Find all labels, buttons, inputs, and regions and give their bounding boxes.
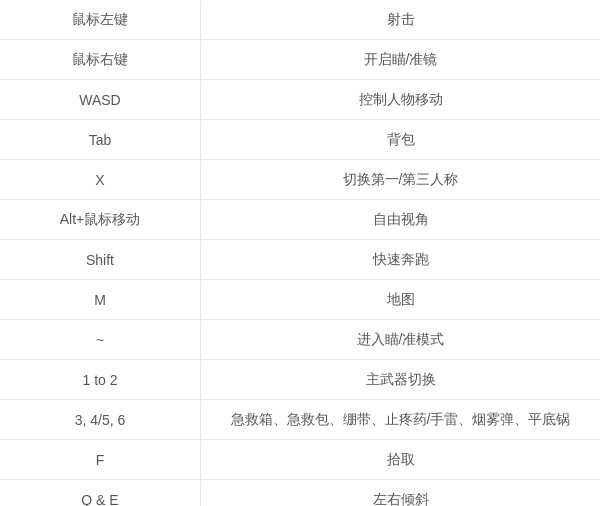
table-row: X切换第一/第三人称 xyxy=(0,160,600,200)
key-label: X xyxy=(0,162,200,198)
table-row: Alt+鼠标移动自由视角 xyxy=(0,200,600,240)
action-label: 切换第一/第三人称 xyxy=(200,161,600,199)
key-label: F xyxy=(0,442,200,478)
table-row: M地图 xyxy=(0,280,600,320)
action-label: 开启瞄/准镜 xyxy=(200,41,600,79)
table-row: Tab背包 xyxy=(0,120,600,160)
action-label: 进入瞄/准模式 xyxy=(200,321,600,359)
key-label: Q & E xyxy=(0,482,200,506)
key-label: Alt+鼠标移动 xyxy=(0,201,200,239)
table-row: Shift快速奔跑 xyxy=(0,240,600,280)
keybind-table: 鼠标左键射击鼠标右键开启瞄/准镜WASD控制人物移动Tab背包X切换第一/第三人… xyxy=(0,0,600,506)
action-label: 自由视角 xyxy=(200,201,600,239)
key-label: WASD xyxy=(0,82,200,118)
key-label: 鼠标左键 xyxy=(0,1,200,39)
action-label: 地图 xyxy=(200,281,600,319)
key-label: ~ xyxy=(0,322,200,358)
table-row: 鼠标左键射击 xyxy=(0,0,600,40)
action-label: 快速奔跑 xyxy=(200,241,600,279)
key-label: Tab xyxy=(0,122,200,158)
table-row: 鼠标右键开启瞄/准镜 xyxy=(0,40,600,80)
table-row: WASD控制人物移动 xyxy=(0,80,600,120)
key-label: 1 to 2 xyxy=(0,362,200,398)
key-label: Shift xyxy=(0,242,200,278)
table-row: ~进入瞄/准模式 xyxy=(0,320,600,360)
table-row: Q & E左右倾斜 xyxy=(0,480,600,506)
action-label: 背包 xyxy=(200,121,600,159)
table-row: F拾取 xyxy=(0,440,600,480)
action-label: 主武器切换 xyxy=(200,361,600,399)
action-label: 控制人物移动 xyxy=(200,81,600,119)
action-label: 拾取 xyxy=(200,441,600,479)
action-label: 急救箱、急救包、绷带、止疼药/手雷、烟雾弹、平底锅 xyxy=(200,401,600,439)
table-row: 1 to 2主武器切换 xyxy=(0,360,600,400)
key-label: M xyxy=(0,282,200,318)
action-label: 左右倾斜 xyxy=(200,481,600,506)
keybind-container: 鼠标左键射击鼠标右键开启瞄/准镜WASD控制人物移动Tab背包X切换第一/第三人… xyxy=(0,0,600,506)
key-label: 3, 4/5, 6 xyxy=(0,402,200,438)
action-label: 射击 xyxy=(200,1,600,39)
key-label: 鼠标右键 xyxy=(0,41,200,79)
table-row: 3, 4/5, 6急救箱、急救包、绷带、止疼药/手雷、烟雾弹、平底锅 xyxy=(0,400,600,440)
